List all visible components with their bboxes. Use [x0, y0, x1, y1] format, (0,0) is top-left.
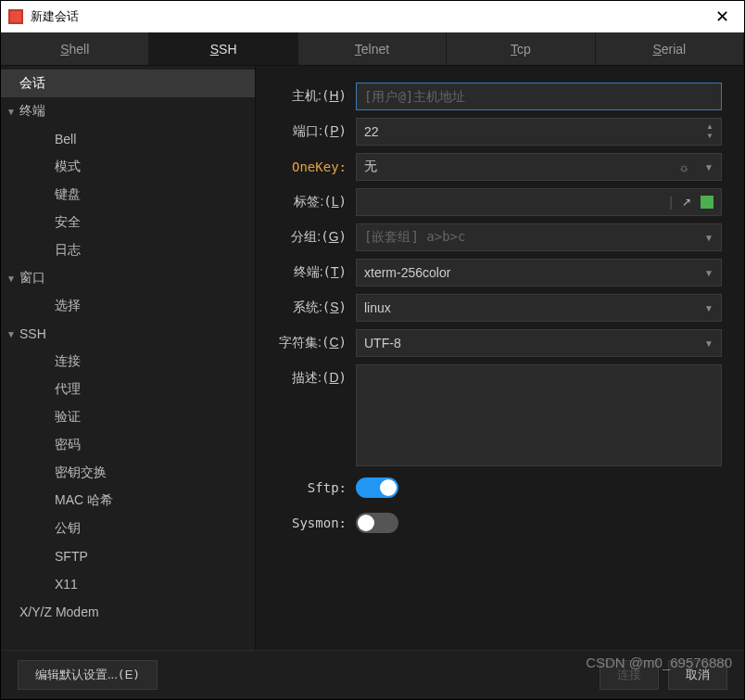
charset-select[interactable]: UTF-8 ▼ — [356, 329, 722, 357]
onekey-select[interactable]: 无 ☼ ▼ — [356, 153, 722, 181]
chevron-down-icon: ▼ — [3, 107, 19, 117]
app-icon — [8, 9, 23, 24]
protocol-tabs: Shell SSH Telnet Tcp Serial — [1, 32, 744, 66]
label-description: 描述:(D) — [263, 364, 356, 387]
row-tags: 标签:(L) | ↗ — [263, 188, 722, 216]
sidebar-item-kex[interactable]: 密钥交换 — [1, 459, 255, 487]
tab-serial[interactable]: Serial — [596, 32, 744, 65]
form-area: 主机:(H) 端口:(P) 22 ▲▼ OneKey: 无 — [256, 66, 744, 650]
terminal-select[interactable]: xterm-256color ▼ — [356, 259, 722, 286]
tab-tcp[interactable]: Tcp — [447, 32, 595, 65]
chevron-down-icon[interactable]: ▼ — [704, 303, 713, 313]
sidebar-item-pubkey[interactable]: 公钥 — [1, 515, 255, 542]
label-group: 分组:(G) — [263, 229, 356, 246]
titlebar-left: 新建会话 — [8, 8, 79, 25]
sidebar-item-sftp[interactable]: SFTP — [1, 542, 255, 570]
gear-icon[interactable]: ☼ — [678, 160, 689, 174]
sysmon-toggle[interactable] — [356, 513, 398, 533]
row-terminal: 终端:(T) xterm-256color ▼ — [263, 259, 722, 286]
sidebar-item-mode[interactable]: 模式 — [1, 153, 255, 181]
close-icon[interactable]: ✕ — [708, 6, 737, 27]
group-placeholder: [嵌套组] a>b>c — [364, 229, 465, 246]
label-system: 系统:(S) — [263, 299, 356, 316]
sidebar-item-password[interactable]: 密码 — [1, 431, 255, 459]
label-terminal: 终端:(T) — [263, 264, 356, 281]
label-sysmon: Sysmon: — [263, 515, 356, 530]
sidebar-item-select[interactable]: 选择 — [1, 292, 255, 320]
row-onekey: OneKey: 无 ☼ ▼ — [263, 153, 722, 181]
watermark: CSDN @m0_69576880 — [586, 655, 732, 670]
system-select[interactable]: linux ▼ — [356, 294, 722, 322]
sidebar: 会话 ▼终端 Bell 模式 键盘 安全 日志 ▼窗口 选择 ▼SSH 连接 代… — [1, 66, 256, 650]
sidebar-item-ssh[interactable]: ▼SSH — [1, 320, 255, 348]
sidebar-item-mac[interactable]: MAC 哈希 — [1, 487, 255, 515]
sidebar-item-bell[interactable]: Bell — [1, 125, 255, 153]
sidebar-item-auth[interactable]: 验证 — [1, 403, 255, 431]
sidebar-item-connect[interactable]: 连接 — [1, 348, 255, 375]
sidebar-item-terminal[interactable]: ▼终端 — [1, 97, 255, 125]
onekey-value: 无 — [364, 159, 377, 175]
port-value: 22 — [364, 124, 379, 139]
chevron-down-icon[interactable]: ▼ — [704, 268, 713, 278]
host-input[interactable] — [356, 83, 722, 110]
row-host: 主机:(H) — [263, 83, 722, 110]
port-input[interactable]: 22 ▲▼ — [356, 118, 722, 146]
edit-defaults-button[interactable]: 编辑默认设置...(E) — [18, 660, 158, 690]
system-value: linux — [364, 300, 391, 315]
sidebar-item-x11[interactable]: X11 — [1, 570, 255, 598]
row-port: 端口:(P) 22 ▲▼ — [263, 118, 722, 146]
description-input[interactable] — [356, 364, 722, 466]
host-field[interactable] — [364, 89, 713, 104]
label-tags: 标签:(L) — [263, 194, 356, 210]
sftp-toggle[interactable] — [356, 477, 398, 498]
label-host: 主机:(H) — [263, 88, 356, 105]
tab-shell[interactable]: Shell — [1, 32, 149, 65]
row-group: 分组:(G) [嵌套组] a>b>c ▼ — [263, 223, 722, 251]
sidebar-item-session[interactable]: 会话 — [1, 70, 255, 97]
sidebar-item-log[interactable]: 日志 — [1, 236, 255, 264]
tags-field[interactable] — [364, 195, 662, 210]
toggle-knob — [380, 479, 397, 496]
chevron-down-icon[interactable]: ▼ — [704, 233, 713, 243]
chevron-down-icon: ▼ — [3, 274, 19, 284]
port-spinner[interactable]: ▲▼ — [706, 122, 713, 141]
tab-ssh[interactable]: SSH — [149, 32, 297, 65]
label-charset: 字符集:(C) — [263, 335, 356, 351]
sidebar-item-xyz-modem[interactable]: X/Y/Z Modem — [1, 598, 255, 626]
titlebar: 新建会话 ✕ — [1, 1, 744, 32]
charset-value: UTF-8 — [364, 336, 401, 350]
label-sftp: Sftp: — [263, 480, 356, 495]
label-port: 端口:(P) — [263, 123, 356, 140]
row-system: 系统:(S) linux ▼ — [263, 294, 722, 322]
color-swatch[interactable] — [701, 196, 713, 209]
spinner-down-icon[interactable]: ▼ — [706, 132, 713, 141]
row-sftp: Sftp: — [263, 474, 722, 502]
terminal-value: xterm-256color — [364, 265, 450, 280]
spinner-up-icon[interactable]: ▲ — [706, 122, 713, 132]
chevron-down-icon[interactable]: ▼ — [704, 338, 713, 349]
row-sysmon: Sysmon: — [263, 509, 722, 537]
separator: | — [669, 195, 673, 210]
tags-input[interactable]: | ↗ — [356, 188, 722, 216]
toggle-knob — [358, 515, 374, 531]
group-select[interactable]: [嵌套组] a>b>c ▼ — [356, 223, 722, 251]
sidebar-item-proxy[interactable]: 代理 — [1, 375, 255, 403]
label-onekey: OneKey: — [263, 159, 356, 174]
tab-telnet[interactable]: Telnet — [298, 32, 447, 65]
row-charset: 字符集:(C) UTF-8 ▼ — [263, 329, 722, 357]
chevron-down-icon: ▼ — [3, 329, 19, 339]
new-session-window: 新建会话 ✕ Shell SSH Telnet Tcp Serial 会话 ▼终… — [0, 0, 745, 700]
window-title: 新建会话 — [31, 8, 79, 25]
sidebar-item-security[interactable]: 安全 — [1, 209, 255, 236]
row-description: 描述:(D) — [263, 364, 722, 466]
popout-icon[interactable]: ↗ — [682, 196, 691, 209]
body: 会话 ▼终端 Bell 模式 键盘 安全 日志 ▼窗口 选择 ▼SSH 连接 代… — [1, 66, 744, 650]
description-field[interactable] — [364, 365, 713, 465]
sidebar-item-window[interactable]: ▼窗口 — [1, 264, 255, 292]
sidebar-item-keyboard[interactable]: 键盘 — [1, 181, 255, 209]
chevron-down-icon[interactable]: ▼ — [704, 162, 713, 172]
